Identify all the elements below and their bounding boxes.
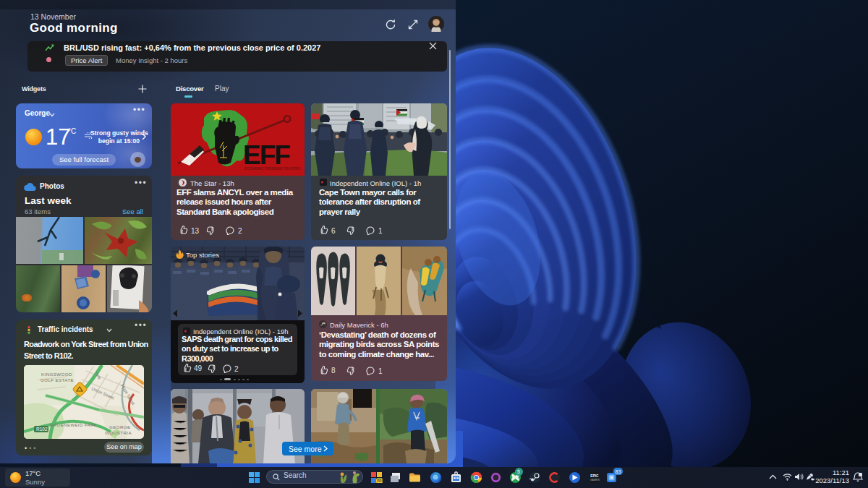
- svg-text:EPIC: EPIC: [590, 474, 599, 478]
- svg-text:KINGSWOOD: KINGSWOOD: [41, 372, 72, 377]
- svg-text:GEORGE: GEORGE: [109, 424, 131, 429]
- svg-text:83: 83: [616, 469, 621, 474]
- svg-text:ECONOMIC FREEDOM FIGHTERS: ECONOMIC FREEDOM FIGHTERS: [244, 167, 301, 171]
- svg-text:INDUSTRIA: INDUSTRIA: [105, 430, 132, 435]
- svg-text:PRO: PRO: [377, 479, 383, 483]
- svg-text:GROENEWEID PARK: GROENEWEID PARK: [50, 423, 97, 427]
- svg-text:GAMES: GAMES: [590, 479, 600, 481]
- svg-text:R102: R102: [36, 427, 48, 432]
- svg-text:GOLF ESTATE: GOLF ESTATE: [41, 377, 74, 382]
- svg-text:5: 5: [517, 469, 520, 474]
- svg-text:EFF: EFF: [243, 140, 290, 170]
